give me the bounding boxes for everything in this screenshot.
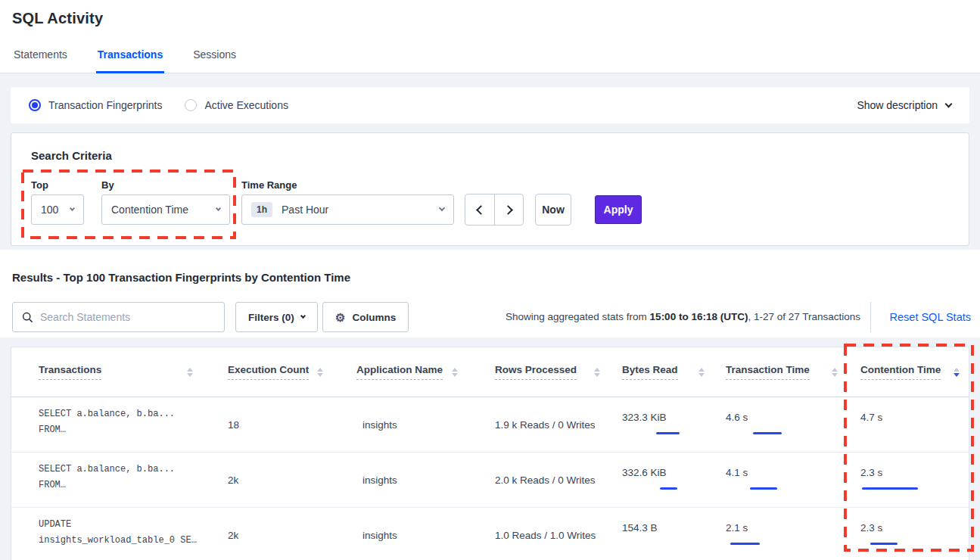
transaction-fingerprint-link[interactable]: SELECT a.balance, b.ba...FROM… — [11, 397, 202, 452]
execution-count-cell: 18 — [202, 397, 332, 452]
top-label: Top — [31, 179, 48, 191]
execution-count-bar — [319, 497, 381, 507]
toolbar-divider — [870, 302, 871, 332]
bar-stddev — [730, 543, 760, 545]
transaction-fingerprint-link[interactable]: UPDATEinsights_workload_table_0 SE… — [11, 508, 202, 560]
tab-sessions[interactable]: Sessions — [191, 48, 238, 73]
rows-processed-cell: 1.9 k Reads / 0 Writes — [467, 397, 609, 452]
column-header-application-name[interactable]: Application Name — [332, 347, 467, 397]
chevron-down-icon — [439, 205, 445, 211]
bytes-read-bar — [622, 428, 684, 438]
chevron-right-icon — [503, 205, 513, 215]
aggregated-stats-text: Showing aggregated stats from 15:00 to 1… — [506, 311, 860, 322]
transaction-time-cell: 2.1 s — [714, 508, 847, 560]
execution-count-cell: 2k — [202, 508, 332, 560]
page-title: SQL Activity — [12, 10, 103, 27]
gear-icon: ⚙ — [335, 312, 345, 323]
rows-processed-cell: 1.0 Reads / 1.0 Writes — [467, 508, 609, 560]
stats-prefix: Showing aggregated stats from — [506, 311, 650, 322]
transaction-time-cell: 4.6 s — [714, 397, 847, 452]
bar-stddev — [753, 432, 782, 434]
bytes-read-bar — [622, 484, 684, 493]
by-select[interactable]: Contention Time — [101, 194, 230, 225]
search-criteria-card: Search Criteria Top 100 By Contention Ti… — [11, 132, 969, 246]
top-select-value: 100 — [41, 204, 70, 216]
radio-transaction-fingerprints[interactable]: Transaction Fingerprints — [29, 99, 162, 111]
table-header-row: Transactions Execution Count Application… — [11, 347, 969, 397]
bar-stddev — [870, 543, 898, 545]
contention-time-cell: 2.3 s — [847, 508, 969, 560]
top-select[interactable]: 100 — [31, 194, 84, 225]
results-section: Results - Top 100 Transaction Fingerprin… — [0, 250, 980, 338]
table-row: UPDATEinsights_workload_table_0 SE… 2k i… — [11, 508, 969, 560]
sort-icon — [594, 368, 600, 377]
bar-stddev — [660, 487, 677, 490]
now-button[interactable]: Now — [535, 194, 571, 226]
search-icon — [22, 312, 33, 323]
search-criteria-title: Search Criteria — [31, 149, 112, 162]
transactions-table: Transactions Execution Count Application… — [11, 347, 969, 560]
stats-time-range: 15:00 to 16:18 (UTC) — [650, 311, 748, 322]
bar-stddev — [656, 432, 680, 434]
columns-button-label: Columns — [352, 312, 396, 323]
sort-icon — [452, 368, 458, 377]
search-statements-input[interactable] — [40, 311, 215, 323]
time-range-select[interactable]: 1h Past Hour — [241, 194, 454, 225]
search-statements-box — [12, 302, 225, 332]
chevron-down-icon — [945, 100, 953, 107]
radio-label: Active Executions — [204, 99, 288, 111]
by-label: By — [101, 179, 114, 191]
column-header-transactions[interactable]: Transactions — [11, 347, 202, 397]
contention-time-bar — [860, 428, 922, 438]
tab-bar: Statements Transactions Sessions — [12, 48, 238, 73]
contention-time-cell: 4.7 s — [847, 397, 969, 452]
filters-button-label: Filters (0) — [248, 312, 294, 323]
results-heading: Results - Top 100 Transaction Fingerprin… — [12, 271, 350, 284]
radio-label: Transaction Fingerprints — [48, 99, 162, 111]
filters-button[interactable]: Filters (0) — [235, 302, 318, 332]
tab-statements[interactable]: Statements — [12, 48, 69, 73]
column-header-execution-count[interactable]: Execution Count — [202, 347, 332, 397]
radio-active-executions[interactable]: Active Executions — [185, 99, 288, 111]
transaction-time-bar — [726, 484, 788, 493]
radio-selected-icon — [29, 99, 41, 111]
execution-count-bar — [319, 552, 381, 560]
time-range-label: Time Range — [241, 179, 297, 191]
show-description-toggle[interactable]: Show description — [857, 87, 951, 123]
now-button-label: Now — [542, 204, 565, 216]
column-header-transaction-time[interactable]: Transaction Time — [714, 347, 847, 397]
column-header-contention-time[interactable]: Contention Time — [847, 347, 969, 397]
sort-icon-active-desc — [954, 368, 960, 377]
column-header-bytes-read[interactable]: Bytes Read — [609, 347, 714, 397]
by-select-value: Contention Time — [111, 204, 216, 216]
transaction-fingerprint-link[interactable]: SELECT a.balance, b.ba...FROM… — [11, 453, 202, 507]
sort-icon — [187, 368, 193, 377]
time-range-value: Past Hour — [282, 204, 440, 216]
bytes-read-cell: 332.6 KiB — [609, 453, 714, 507]
apply-button[interactable]: Apply — [595, 195, 642, 224]
chevron-down-icon — [300, 313, 306, 319]
next-range-button[interactable] — [494, 194, 523, 225]
chevron-down-icon — [216, 205, 221, 210]
time-range-pager — [465, 194, 524, 226]
columns-button[interactable]: ⚙ Columns — [322, 302, 409, 332]
transaction-time-bar — [726, 539, 788, 549]
column-header-rows-processed[interactable]: Rows Processed — [467, 347, 609, 397]
table-row: SELECT a.balance, b.ba...FROM… 18 insigh… — [11, 397, 969, 453]
contention-time-bar — [860, 484, 922, 493]
bytes-read-cell: 154.3 B — [609, 508, 714, 560]
previous-range-button[interactable] — [465, 194, 494, 225]
execution-count-bar — [320, 442, 382, 452]
reset-sql-stats-link[interactable]: Reset SQL Stats — [890, 302, 971, 332]
stats-suffix: , 1-27 of 27 Transactions — [748, 311, 860, 322]
contention-time-bar — [860, 539, 922, 549]
view-toggle-group: Transaction Fingerprints Active Executio… — [29, 87, 288, 123]
chevron-left-icon — [476, 205, 486, 215]
tab-transactions[interactable]: Transactions — [96, 48, 164, 73]
transaction-time-cell: 4.1 s — [714, 453, 847, 507]
execution-count-cell: 2k — [202, 453, 332, 507]
app-header: SQL Activity Statements Transactions Ses… — [0, 0, 980, 73]
sort-icon — [832, 368, 838, 377]
contention-time-cell: 2.3 s — [847, 453, 969, 507]
sort-icon — [698, 368, 705, 377]
